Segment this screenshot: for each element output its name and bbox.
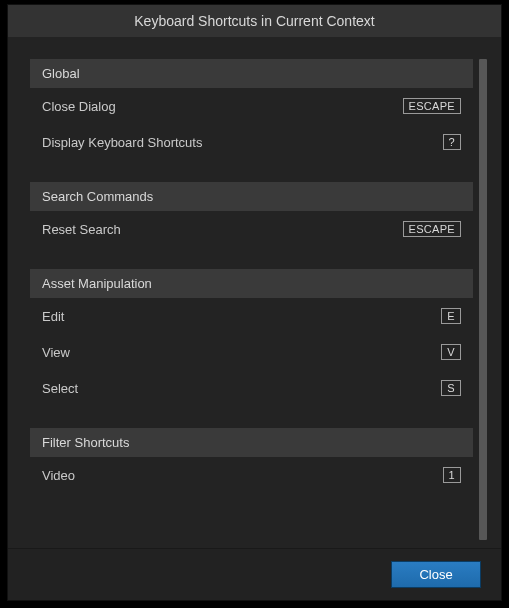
section-header-asset-manipulation: Asset Manipulation — [30, 269, 473, 298]
scrollbar[interactable] — [479, 59, 487, 540]
shortcut-label: Select — [42, 381, 78, 396]
shortcut-key: ? — [443, 134, 461, 150]
shortcut-key: 1 — [443, 467, 461, 483]
shortcut-row-edit: Edit E — [30, 298, 473, 334]
section-asset-manipulation: Asset Manipulation Edit E View V Select … — [30, 269, 473, 406]
section-header-global: Global — [30, 59, 473, 88]
shortcut-row-video: Video 1 — [30, 457, 473, 493]
shortcut-row-view: View V — [30, 334, 473, 370]
shortcut-key: ESCAPE — [403, 221, 461, 237]
dialog-titlebar: Keyboard Shortcuts in Current Context — [8, 5, 501, 37]
section-header-filter-shortcuts: Filter Shortcuts — [30, 428, 473, 457]
dialog-title: Keyboard Shortcuts in Current Context — [134, 13, 374, 29]
shortcut-label: Reset Search — [42, 222, 121, 237]
close-button-label: Close — [419, 567, 452, 582]
shortcut-row-close-dialog: Close Dialog ESCAPE — [30, 88, 473, 124]
section-filter-shortcuts: Filter Shortcuts Video 1 — [30, 428, 473, 493]
shortcut-label: Display Keyboard Shortcuts — [42, 135, 202, 150]
close-button[interactable]: Close — [391, 561, 481, 588]
shortcut-key: S — [441, 380, 461, 396]
shortcut-row-reset-search: Reset Search ESCAPE — [30, 211, 473, 247]
shortcut-key: V — [441, 344, 461, 360]
shortcut-row-select: Select S — [30, 370, 473, 406]
section-search-commands: Search Commands Reset Search ESCAPE — [30, 182, 473, 247]
shortcut-label: Close Dialog — [42, 99, 116, 114]
shortcut-key: E — [441, 308, 461, 324]
shortcut-label: Video — [42, 468, 75, 483]
shortcut-label: Edit — [42, 309, 64, 324]
section-global: Global Close Dialog ESCAPE Display Keybo… — [30, 59, 473, 160]
shortcut-key: ESCAPE — [403, 98, 461, 114]
shortcut-row-display-shortcuts: Display Keyboard Shortcuts ? — [30, 124, 473, 160]
shortcut-label: View — [42, 345, 70, 360]
dialog-content: Global Close Dialog ESCAPE Display Keybo… — [8, 37, 501, 548]
dialog-footer: Close — [8, 548, 501, 600]
section-header-search-commands: Search Commands — [30, 182, 473, 211]
keyboard-shortcuts-dialog: Keyboard Shortcuts in Current Context Gl… — [7, 4, 502, 601]
shortcut-list: Global Close Dialog ESCAPE Display Keybo… — [30, 59, 473, 540]
